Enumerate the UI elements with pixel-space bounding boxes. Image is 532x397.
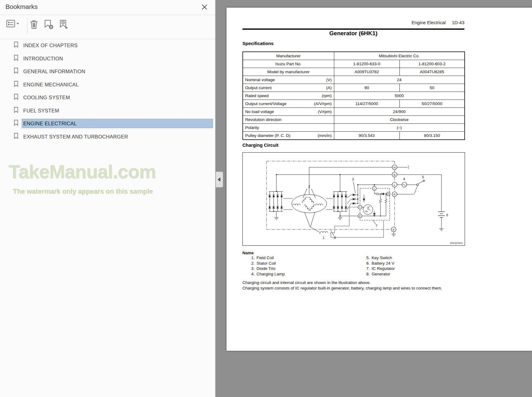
spec-row: No load voltage(V/rpm)24/900	[243, 108, 465, 116]
svg-text:7: 7	[376, 224, 377, 228]
generator-terminals: N B L R E	[391, 165, 397, 236]
options-menu-icon[interactable]	[6, 19, 20, 30]
bookmark-label: FUEL SYSTEM	[22, 106, 213, 115]
svg-text:E: E	[393, 228, 395, 231]
svg-text:2: 2	[308, 185, 310, 188]
bookmarks-panel: Bookmarks	[0, 0, 215, 397]
svg-text:8: 8	[334, 236, 336, 240]
name-item: 3.Diode Trio	[249, 266, 285, 271]
spec-row: Model by manufacturerA009TU3782A004TU628…	[243, 68, 465, 76]
bookmark-flag-icon	[13, 133, 19, 141]
bookmark-label: ENGINE MECHANICAL	[22, 80, 213, 89]
bookmark-item[interactable]: COOLING SYSTEM	[0, 91, 215, 104]
svg-text:3: 3	[352, 177, 354, 181]
spec-value: 50	[399, 84, 465, 92]
bookmark-item[interactable]: INDEX OF CHAPTERS	[0, 39, 215, 52]
bookmark-label: GENERAL INFORMATION	[22, 67, 213, 76]
bookmark-item[interactable]: INTRODUCTION	[0, 52, 215, 65]
bookmark-label: ENGINE ELECTRICAL	[22, 119, 213, 128]
spec-row: Output current(A)9050	[243, 84, 465, 92]
note-line: Charging circuit and internal circuit ar…	[242, 280, 475, 285]
name-item: 2.Stator Coil	[249, 261, 285, 266]
gray-harness	[283, 198, 384, 237]
header-section: Engine Electrical	[411, 20, 446, 25]
bookmark-item[interactable]: ENGINE MECHANICAL	[0, 78, 215, 91]
spec-label: Manufacturer	[243, 52, 334, 60]
close-icon[interactable]	[201, 4, 208, 10]
svg-text:L: L	[374, 187, 375, 190]
watermark-title: TakeManual.com	[9, 161, 156, 182]
svg-text:B: B	[394, 173, 395, 176]
bookmark-flag-icon	[13, 41, 19, 49]
spec-row: Rated speed(rpm)5000	[243, 92, 465, 100]
charging-circuit-diagram: N B L R E L R F E	[242, 152, 465, 246]
spec-label: Nominal voltage(V)	[243, 76, 334, 84]
name-item: 6.Battery 24 V	[364, 261, 395, 266]
circuit-wires	[276, 166, 441, 234]
expand-current-bookmark-icon[interactable]	[59, 19, 69, 31]
ic-regulator	[360, 188, 390, 220]
spec-value: 24/900	[334, 108, 465, 116]
spec-row: Isuzu Part No.1-81200-633-01-81200-603-2	[243, 60, 465, 68]
spec-value: Mitsubishi Electric Co.	[334, 52, 465, 60]
bookmark-flag-icon	[13, 93, 19, 101]
svg-text:5: 5	[422, 175, 424, 179]
left-rectifier-bridge	[268, 191, 283, 220]
trash-icon[interactable]	[29, 19, 39, 31]
page-running-header: Engine Electrical 1D-43	[411, 20, 464, 25]
spec-label: Output current/Voltage(A/V/rpm)	[243, 100, 334, 108]
figure-code: WSHK0091	[450, 242, 463, 244]
spec-row: ManufacturerMitsubishi Electric Co.	[243, 52, 465, 60]
header-rule	[242, 28, 464, 30]
pdf-page: Engine Electrical 1D-43 Generator (6HK1)…	[227, 8, 532, 351]
bookmark-item[interactable]: ENGINE ELECTRICAL	[0, 117, 215, 130]
bookmark-item[interactable]: EXHAUST SYSTEM AND TURBOCHARGER	[0, 130, 215, 143]
name-item: 7.IC Regulator	[364, 266, 395, 271]
name-col-left: 1.Field Coil2.Stator Coil3.Diode Trio4.C…	[249, 255, 285, 277]
bookmarks-toolbar	[0, 15, 215, 39]
bookmark-label: INDEX OF CHAPTERS	[22, 41, 213, 50]
spec-row: Revolution directionClockwise	[243, 116, 465, 124]
page-title: Generator (6HK1)	[242, 30, 464, 37]
spec-row: Pulley diameter (P. C. D)(mm/in)90/3.543…	[243, 132, 465, 140]
spec-label: Pulley diameter (P. C. D)(mm/in)	[243, 132, 334, 140]
bookmark-list: INDEX OF CHAPTERS INTRODUCTION GENERAL I…	[0, 39, 215, 143]
spec-value: Clockwise	[334, 116, 465, 124]
svg-text:L: L	[394, 183, 395, 187]
spec-value: 114/27/5000	[334, 100, 399, 108]
bookmark-label: EXHAUST SYSTEM AND TURBOCHARGER	[22, 132, 213, 141]
new-bookmark-icon[interactable]	[43, 19, 54, 31]
watermark-subtitle: The watermark only appears on this sampl…	[13, 187, 153, 195]
name-col-right: 5.Key Switch6.Battery 24 V7.IC Regulator…	[364, 255, 395, 277]
spec-label: Model by manufacturer	[243, 68, 334, 76]
name-item: 1.Field Coil	[249, 255, 285, 261]
svg-text:R: R	[394, 193, 396, 196]
collapse-panel-icon[interactable]	[216, 172, 223, 187]
circuit-heading: Charging Circuit	[242, 142, 279, 148]
bookmark-item[interactable]: FUEL SYSTEM	[0, 104, 215, 117]
name-heading: Name	[242, 251, 254, 255]
specs-heading: Specifications	[242, 41, 274, 46]
stator-coil	[292, 189, 327, 233]
note-line: Charging system consists of IC regulator…	[242, 285, 475, 291]
spec-value: A004TU6285	[399, 68, 465, 76]
spec-label: No load voltage(V/rpm)	[243, 108, 334, 116]
document-viewer: Engine Electrical 1D-43 Generator (6HK1)…	[215, 0, 532, 397]
spec-label: Revolution direction	[243, 116, 334, 124]
svg-text:F: F	[359, 206, 361, 209]
spec-value: A009TU3782	[334, 68, 399, 76]
spec-value: 90	[334, 84, 399, 92]
notes: Charging circuit and internal circuit ar…	[242, 280, 475, 291]
specs-table-wrap: ManufacturerMitsubishi Electric Co.Isuzu…	[242, 51, 464, 140]
bookmark-flag-icon	[13, 119, 19, 127]
svg-text:R: R	[388, 193, 389, 195]
bookmark-item[interactable]: GENERAL INFORMATION	[0, 65, 215, 78]
spec-value: 50/27/5000	[399, 100, 465, 108]
svg-text:6: 6	[446, 213, 448, 217]
specs-table: ManufacturerMitsubishi Electric Co.Isuzu…	[242, 51, 465, 140]
bookmark-flag-icon	[13, 55, 19, 62]
header-page-number: 1D-43	[452, 20, 464, 25]
spec-value: 90/3.543	[334, 132, 399, 140]
bookmark-label: INTRODUCTION	[22, 54, 213, 63]
bookmark-flag-icon	[13, 67, 19, 75]
